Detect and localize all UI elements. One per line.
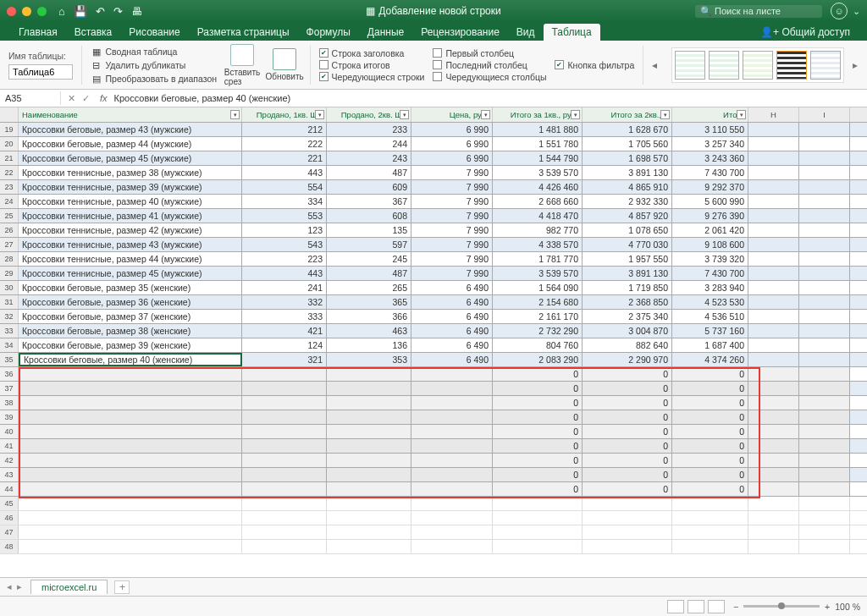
cell[interactable]: 804 760	[493, 338, 583, 352]
cell[interactable]: Кроссовки беговые, размер 39 (женские)	[19, 338, 242, 352]
cell[interactable]	[493, 511, 583, 525]
cell[interactable]	[411, 396, 493, 410]
cell[interactable]	[411, 497, 493, 510]
cell[interactable]: 5 737 160	[672, 324, 748, 338]
row-header[interactable]: 29	[0, 267, 19, 280]
redo-icon[interactable]: ↷	[113, 5, 123, 18]
cell[interactable]: 7 990	[411, 195, 493, 208]
cell[interactable]	[242, 497, 327, 510]
cell[interactable]: 6 490	[411, 281, 493, 294]
cell[interactable]: 3 004 870	[583, 324, 672, 338]
cell[interactable]	[799, 396, 850, 410]
cell[interactable]	[799, 281, 850, 294]
cell[interactable]	[411, 410, 493, 424]
search-input[interactable]: 🔍 Поиск на листе	[695, 5, 822, 18]
cell[interactable]	[799, 338, 850, 352]
cell[interactable]: 4 865 910	[583, 180, 672, 194]
table-row[interactable]: 35 Кроссовки беговые, размер 40 (женские…	[0, 353, 867, 367]
table-row[interactable]: 29 Кроссовки теннисные, размер 45 (мужск…	[0, 267, 867, 281]
cell[interactable]	[583, 540, 672, 553]
cell[interactable]	[748, 223, 799, 237]
cell[interactable]	[748, 238, 799, 251]
cell[interactable]: 0	[672, 468, 748, 481]
tab-разметка страницы[interactable]: Разметка страницы	[189, 24, 298, 41]
cell[interactable]	[672, 497, 748, 510]
cell[interactable]: 3 110 550	[672, 123, 748, 136]
cell[interactable]	[19, 497, 242, 510]
cell[interactable]	[748, 425, 799, 438]
total-row-checkbox[interactable]: Строка итогов	[319, 60, 425, 70]
cell[interactable]: 6 990	[411, 137, 493, 151]
cell[interactable]: 233	[327, 123, 411, 136]
cell[interactable]: 3 891 130	[583, 166, 672, 179]
cell[interactable]	[493, 525, 583, 539]
cell[interactable]: 123	[242, 223, 327, 237]
cell[interactable]: 2 375 340	[583, 310, 672, 323]
cell[interactable]	[411, 367, 493, 381]
table-row[interactable]: 24 Кроссовки теннисные, размер 40 (мужск…	[0, 195, 867, 209]
cell[interactable]: 0	[583, 367, 672, 381]
cell[interactable]: 0	[493, 439, 583, 453]
cell[interactable]: 6 490	[411, 295, 493, 309]
cell[interactable]: 609	[327, 180, 411, 194]
cell[interactable]: 135	[327, 223, 411, 237]
cell[interactable]	[748, 468, 799, 481]
cell[interactable]: 241	[242, 281, 327, 294]
row-header[interactable]: 22	[0, 166, 19, 179]
table-row[interactable]: 30 Кроссовки беговые, размер 35 (женские…	[0, 281, 867, 295]
cell[interactable]: 443	[242, 267, 327, 280]
cell[interactable]: 0	[672, 367, 748, 381]
cell[interactable]	[327, 439, 411, 453]
cell[interactable]	[411, 511, 493, 525]
cell[interactable]: 0	[493, 382, 583, 395]
cell[interactable]: 365	[327, 295, 411, 309]
cell[interactable]	[19, 367, 242, 381]
cell[interactable]: 1 698 570	[583, 151, 672, 165]
cell[interactable]	[672, 525, 748, 539]
cell[interactable]: 0	[493, 367, 583, 381]
cell[interactable]	[583, 511, 672, 525]
first-col-checkbox[interactable]: Первый столбец	[433, 48, 546, 58]
cell[interactable]	[799, 195, 850, 208]
cell[interactable]	[19, 540, 242, 553]
cell[interactable]	[799, 468, 850, 481]
home-icon[interactable]: ⌂	[58, 5, 65, 18]
cell[interactable]: Кроссовки теннисные, размер 45 (мужские)	[19, 267, 242, 280]
cell[interactable]: 243	[327, 151, 411, 165]
cell[interactable]: 0	[583, 454, 672, 467]
table-row[interactable]: 21 Кроссовки беговые, размер 45 (мужские…	[0, 151, 867, 166]
cell[interactable]	[748, 525, 799, 539]
row-header[interactable]: 34	[0, 338, 19, 352]
cell[interactable]	[799, 295, 850, 309]
cell[interactable]: 2 732 290	[493, 324, 583, 338]
cell[interactable]: 244	[327, 137, 411, 151]
cell[interactable]: 1 687 400	[672, 338, 748, 352]
cell[interactable]: 7 430 700	[672, 267, 748, 280]
cell[interactable]	[799, 454, 850, 467]
cell[interactable]	[19, 511, 242, 525]
cell[interactable]	[327, 525, 411, 539]
col-header-b[interactable]: Продано, 1кв. Шт.▾	[242, 107, 327, 122]
row-header[interactable]: 28	[0, 252, 19, 266]
table-row[interactable]: 31 Кроссовки беговые, размер 36 (женские…	[0, 295, 867, 310]
cell[interactable]	[799, 209, 850, 223]
table-row[interactable]: 32 Кроссовки беговые, размер 37 (женские…	[0, 310, 867, 324]
cell[interactable]: Кроссовки теннисные, размер 38 (мужские)	[19, 166, 242, 179]
cell[interactable]	[242, 540, 327, 553]
cell[interactable]: 9 108 600	[672, 238, 748, 251]
normal-view-button[interactable]	[667, 600, 684, 613]
row-header[interactable]: 48	[0, 540, 19, 553]
cell[interactable]: 1 551 780	[493, 137, 583, 151]
cell[interactable]	[799, 511, 850, 525]
cell[interactable]: 2 161 170	[493, 310, 583, 323]
cell[interactable]: 7 990	[411, 267, 493, 280]
table-row[interactable]: 33 Кроссовки беговые, размер 38 (женские…	[0, 324, 867, 338]
cell[interactable]	[748, 209, 799, 223]
cell[interactable]: 366	[327, 310, 411, 323]
dedup-button[interactable]: ⊟Удалить дубликаты	[91, 59, 218, 71]
cell[interactable]	[748, 410, 799, 424]
cell[interactable]: 353	[327, 353, 411, 366]
cell[interactable]	[748, 324, 799, 338]
cell[interactable]: Кроссовки беговые, размер 44 (мужские)	[19, 137, 242, 151]
cell[interactable]: 0	[493, 425, 583, 438]
